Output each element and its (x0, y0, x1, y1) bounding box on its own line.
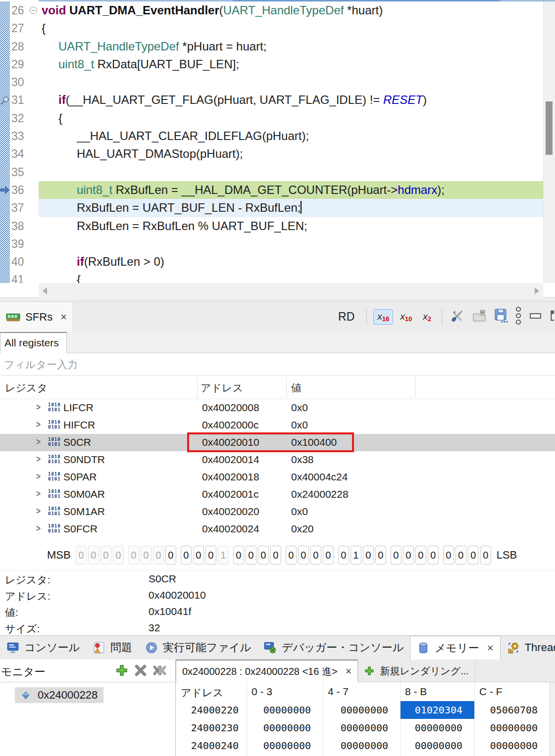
vertical-scrollbar-thumb[interactable] (546, 101, 553, 155)
bit-cell-7[interactable]: 0 (391, 546, 402, 565)
memory-value-cell[interactable]: 00000000 (323, 719, 400, 737)
tab-console[interactable]: コンソール (0, 636, 86, 660)
memory-value-cell[interactable]: 01020304 (400, 701, 474, 719)
save-button[interactable] (494, 308, 508, 325)
rd-mode-button[interactable]: RD (338, 310, 354, 324)
bit-cell-25[interactable]: 0 (153, 546, 164, 565)
memory-scrollbar[interactable] (550, 682, 555, 756)
filter-input[interactable]: フィルター入力 (0, 353, 555, 376)
minimize-button[interactable] (528, 312, 543, 322)
code-line-41[interactable]: 41{ (0, 271, 543, 283)
code-line-39[interactable]: 39 (0, 235, 543, 253)
bit-cell-28[interactable]: 0 (113, 546, 124, 565)
bit-cell-27[interactable]: 0 (128, 546, 139, 565)
bit-cell-11[interactable]: 0 (338, 546, 349, 565)
code-area[interactable]: 26−void UART_DMA_EventHandler(UART_Handl… (0, 1, 543, 283)
code-line-29[interactable]: 29uint8_t RxData[UART_BUF_LEN]; (0, 55, 543, 73)
expand-chevron-icon[interactable]: > (36, 523, 41, 534)
code-line-35[interactable]: 35 (0, 163, 543, 181)
expand-chevron-icon[interactable]: > (36, 506, 41, 517)
bit-cell-8[interactable]: 0 (375, 546, 386, 565)
editor-horizontal-scrollbar[interactable] (39, 283, 543, 298)
bit-cell-24[interactable]: 0 (165, 546, 176, 565)
memory-address-cell[interactable]: 24000240 (176, 737, 247, 755)
register-row-S0PAR[interactable]: >10100101S0PAR0x400200180x40004c24 (0, 469, 555, 486)
memory-value-cell[interactable]: 00000000 (474, 737, 550, 755)
tab-threadx[interactable]: ThreadX Timers (501, 636, 555, 660)
bit-cell-16[interactable]: 0 (270, 546, 281, 565)
column-header-register[interactable]: レジスタ (5, 381, 48, 395)
register-row-S0M0AR[interactable]: >10100101S0M0AR0x4002001c0x24000228 (0, 486, 555, 503)
code-line-26[interactable]: 26−void UART_DMA_EventHandler(UART_Handl… (0, 1, 543, 19)
code-line-38[interactable]: 38RxBufLen = RxBufLen % UART_BUF_LEN; (0, 217, 543, 235)
bit-cell-20[interactable]: 1 (218, 546, 229, 565)
bit-cell-4[interactable]: 0 (428, 546, 439, 565)
memory-value-cell[interactable]: 00000000 (474, 719, 550, 737)
memory-address-cell[interactable]: 24000230 (176, 719, 247, 737)
expand-chevron-icon[interactable]: > (36, 471, 41, 482)
bit-cell-1[interactable]: 0 (468, 546, 479, 565)
bit-cell-5[interactable]: 0 (415, 546, 426, 565)
code-line-36[interactable]: 36uint8_t RxBufLen = __HAL_DMA_GET_COUNT… (0, 181, 543, 199)
memory-column-header[interactable]: C - F (479, 686, 503, 698)
add-monitor-button[interactable] (115, 663, 129, 679)
expand-chevron-icon[interactable]: > (36, 419, 41, 430)
memory-column-header[interactable]: 0 - 3 (252, 686, 272, 698)
tab-memory[interactable]: メモリー× (410, 636, 500, 660)
editor-vertical-scrollbar[interactable] (543, 1, 555, 283)
register-row-HIFCR[interactable]: >10100101HIFCR0x4002000c0x0 (0, 417, 555, 434)
bit-cell-26[interactable]: 0 (141, 546, 151, 565)
tab-executable[interactable]: 実行可能ファイル (139, 636, 257, 660)
bit-cell-9[interactable]: 0 (363, 546, 374, 565)
close-icon[interactable]: × (60, 312, 67, 323)
close-icon[interactable]: × (487, 643, 494, 654)
bit-cell-6[interactable]: 0 (403, 546, 414, 565)
bit-cell-15[interactable]: 0 (286, 546, 297, 565)
bit-cell-10[interactable]: 1 (351, 546, 361, 565)
bit-cell-19[interactable]: 0 (233, 546, 244, 565)
format-x16-button[interactable]: x16 (373, 309, 393, 325)
memory-value-cell[interactable]: 00000000 (400, 719, 474, 737)
memory-value-cell[interactable]: 05060708 (474, 701, 550, 719)
code-line-30[interactable]: 30 (0, 73, 543, 91)
bit-cell-21[interactable]: 0 (205, 546, 216, 565)
bit-cell-30[interactable]: 0 (88, 546, 99, 565)
code-line-37[interactable]: 37RxBufLen = UART_BUF_LEN - RxBufLen; (0, 199, 543, 217)
bit-cell-14[interactable]: 0 (298, 546, 309, 565)
code-editor[interactable]: 26−void UART_DMA_EventHandler(UART_Handl… (0, 0, 555, 298)
register-row-S0CR[interactable]: >10100101S0CR0x400200100x100400 (0, 434, 555, 451)
format-x10-button[interactable]: x10 (396, 309, 416, 325)
bit-cell-3[interactable]: 0 (443, 546, 454, 565)
expand-chevron-icon[interactable]: > (36, 402, 41, 413)
tab-sfrs[interactable]: SFRs × (0, 302, 73, 332)
memory-column-header[interactable]: 8 - B (405, 686, 427, 698)
column-header-value[interactable]: 値 (291, 381, 302, 395)
register-row-S0FCR[interactable]: >10100101S0FCR0x400200240x20 (0, 520, 555, 538)
maximize-button[interactable] (550, 308, 554, 325)
remove-all-monitor-button[interactable] (152, 663, 166, 679)
memory-value-cell[interactable]: 00000000 (247, 719, 323, 737)
register-row-LIFCR[interactable]: >10100101LIFCR0x400200080x0 (0, 399, 555, 417)
expand-chevron-icon[interactable]: > (36, 436, 41, 447)
tab-all-registers[interactable]: All registers (0, 332, 67, 353)
import-button[interactable] (472, 308, 487, 325)
scroll-left-arrow-icon[interactable] (43, 287, 47, 294)
view-menu-button[interactable] (515, 306, 521, 327)
tab-problems[interactable]: 問題 (86, 636, 139, 660)
expand-chevron-icon[interactable]: > (36, 488, 41, 499)
memory-rendering-tab[interactable]: 新規レンダリング... (358, 660, 475, 682)
memory-column-header[interactable]: 4 - 7 (328, 686, 349, 698)
bit-cell-12[interactable]: 0 (323, 546, 334, 565)
memory-value-cell[interactable]: 00000000 (247, 737, 323, 755)
code-line-32[interactable]: 32{ (0, 109, 543, 127)
bit-cell-22[interactable]: 0 (193, 546, 204, 565)
format-x2-button[interactable]: x2 (419, 309, 435, 325)
bit-cell-2[interactable]: 0 (455, 546, 466, 565)
memory-value-cell[interactable]: 00000000 (247, 701, 323, 719)
bit-cell-31[interactable]: 0 (76, 546, 87, 565)
settings-button[interactable] (450, 308, 465, 325)
bit-cell-13[interactable]: 0 (310, 546, 321, 565)
register-row-S0M1AR[interactable]: >10100101S0M1AR0x400200200x0 (0, 503, 555, 520)
column-header-address[interactable]: アドレス (201, 381, 243, 395)
close-icon[interactable]: × (346, 666, 352, 677)
